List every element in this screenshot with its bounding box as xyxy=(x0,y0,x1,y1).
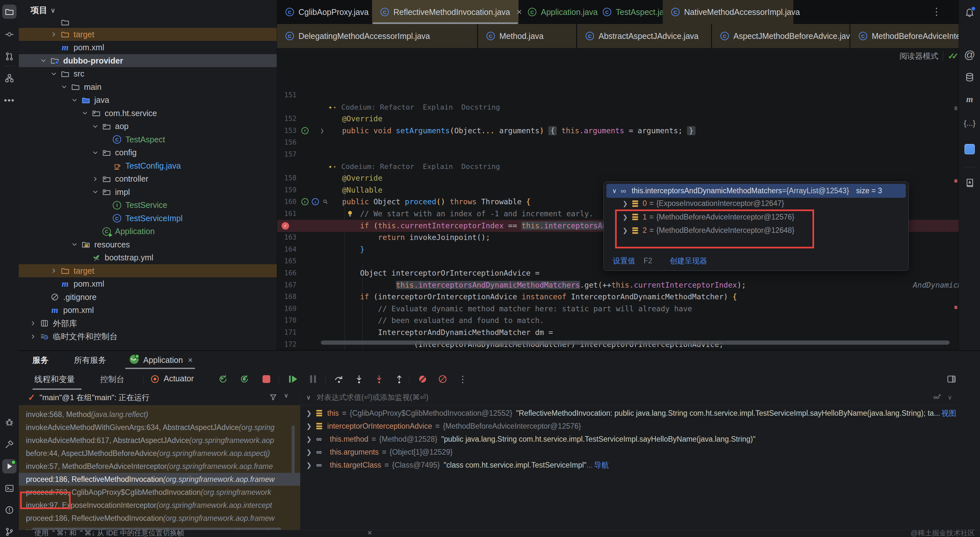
tree-item-java[interactable]: java xyxy=(19,94,277,107)
database-icon[interactable] xyxy=(963,70,977,84)
stack-frame-row[interactable]: invokeAdviceMethodWithGivenArgs:634, Abs… xyxy=(19,421,300,434)
editor-tab-TestAspect.java[interactable]: CTestAspect.java xyxy=(594,0,662,24)
chevron-right-icon[interactable] xyxy=(49,266,58,275)
code-line-157[interactable]: 157 xyxy=(277,148,959,161)
popup-selected-variable-row[interactable]: ∨ ∞ this.interceptorsAndDynamicMethodMat… xyxy=(606,184,906,198)
variable-row-this-method[interactable]: ❯∞this.method={Method@12528}"public java… xyxy=(301,433,959,446)
tab-options-more-icon[interactable]: ⋮ xyxy=(931,6,942,18)
pause-icon[interactable] xyxy=(308,374,318,384)
editor-tab-AbstractAspectJAdvice.java[interactable]: CAbstractAspectJAdvice.java xyxy=(577,24,711,48)
chevron-right-icon[interactable] xyxy=(29,332,37,341)
chevron-right-icon[interactable]: ❯ xyxy=(306,461,312,469)
chevron-down-icon[interactable] xyxy=(81,109,89,117)
editor-tab-DelegatingMethodAccessorImpl.java[interactable]: CDelegatingMethodAccessorImpl.java xyxy=(277,24,477,48)
stack-frame-row[interactable]: before:44, AspectJMethodBeforeAdvice (or… xyxy=(19,447,300,460)
editor-horizontal-scrollbar[interactable] xyxy=(321,341,950,345)
rerun-icon[interactable] xyxy=(218,374,228,384)
tree-item-src[interactable]: src xyxy=(19,67,277,80)
code-line-inlay[interactable]: ✦✦Codeium: Refactor Explain Docstring xyxy=(277,161,959,172)
tree-item-config[interactable]: config xyxy=(19,146,277,159)
inspections-ok-icon[interactable]: ✓✓ xyxy=(948,51,959,61)
resume-icon[interactable] xyxy=(288,374,298,384)
code-line-171[interactable]: 171InterceptorAndDynamicMethodMatcher dm… xyxy=(277,327,959,339)
rerun-debug-icon[interactable] xyxy=(239,374,250,384)
tree-item-.gitignore[interactable]: .gitignore xyxy=(19,290,277,304)
set-value-link[interactable]: 设置值 xyxy=(613,256,635,266)
code-line-152[interactable]: 152@Override xyxy=(277,113,959,125)
tree-item-临时文件和控制台[interactable]: 临时文件和控制台 xyxy=(19,330,277,343)
tool-window-title[interactable]: 服务 xyxy=(32,355,49,365)
chevron-right-icon[interactable] xyxy=(29,319,37,328)
pull-request-icon[interactable] xyxy=(2,49,16,64)
project-panel-header[interactable]: 项目 ∨ xyxy=(30,5,56,16)
frames-vertical-scrollbar[interactable] xyxy=(292,425,294,474)
variable-row-this-arguments[interactable]: ❯∞this.arguments={Object[1]@12529} xyxy=(301,446,959,459)
tab-actuator[interactable]: Actuator xyxy=(164,374,194,383)
step-into-icon[interactable] xyxy=(354,374,364,384)
tab-application[interactable]: Application xyxy=(143,355,183,365)
tree-item-pom.xml[interactable]: mpom.xml xyxy=(19,41,277,54)
stack-frame-row[interactable]: invoke:57, MethodBeforeAdviceInterceptor… xyxy=(19,460,300,473)
stack-frame-row[interactable]: proceed:186, ReflectiveMethodInvocation … xyxy=(19,512,300,525)
chevron-right-icon[interactable] xyxy=(91,175,100,183)
editor-tab-ReflectiveMethodInvocation.java[interactable]: CReflectiveMethodInvocation.java× xyxy=(372,0,519,24)
editor-tab-MethodBeforeAdviceInterceptor.java[interactable]: CMethodBeforeAdviceInterceptor.java xyxy=(850,24,959,48)
code-line-167[interactable]: 167this.interceptorsAndDynamicMethodMatc… xyxy=(277,279,959,291)
editor-tab-Application.java[interactable]: CApplication.java xyxy=(520,0,593,24)
code-line-168[interactable]: 168if (interceptorOrInterceptionAdvice i… xyxy=(277,291,959,303)
chevron-down-icon[interactable] xyxy=(91,148,100,157)
tree-item-main[interactable]: main xyxy=(19,80,277,93)
notifications-bell-icon[interactable] xyxy=(963,5,977,19)
code-line-inlay[interactable]: ✦✦Codeium: Refactor Explain Docstring xyxy=(277,101,959,113)
tree-item-pom.xml[interactable]: mpom.xml xyxy=(19,277,277,290)
maven-icon[interactable]: m xyxy=(963,92,977,106)
chevron-down-icon[interactable]: ∨ xyxy=(301,394,316,401)
tree-item-pom.xml[interactable]: mpom.xml xyxy=(19,304,277,317)
build-hammer-icon[interactable] xyxy=(2,437,16,451)
tree-item-外部库[interactable]: 外部库 xyxy=(19,317,277,330)
implementing-method-icon[interactable]: ↑ xyxy=(301,127,309,134)
stop-icon[interactable] xyxy=(261,374,272,384)
ai-assistant-icon[interactable]: @ xyxy=(963,47,977,62)
variable-action-link[interactable]: 视图 xyxy=(940,408,956,418)
chevron-down-icon[interactable] xyxy=(91,188,100,196)
tree-item-resources[interactable]: resources xyxy=(19,238,277,251)
thread-status-row[interactable]: ✓ "main"@1 在组"main": 正在运行 ∨ xyxy=(19,390,300,405)
code-line-170[interactable]: 170// been evaluated and found to match. xyxy=(277,314,959,327)
tree-item-TestAspect[interactable]: CTestAspect xyxy=(19,133,277,146)
tab-threads-variables[interactable]: 线程和变量 xyxy=(34,374,75,385)
code-line-153[interactable]: 153↑❯public void setArguments(Object... … xyxy=(277,125,959,137)
vcs-branch-icon[interactable] xyxy=(2,525,16,537)
tree-item-aop[interactable]: aop xyxy=(19,120,277,133)
implementing-method-icon[interactable]: ↑ xyxy=(301,198,309,205)
plugin-binary-icon[interactable] xyxy=(963,142,977,156)
force-step-into-icon[interactable] xyxy=(374,374,384,384)
tree-item-target[interactable]: target xyxy=(19,264,277,277)
close-icon[interactable]: × xyxy=(368,528,372,537)
tree-item-TestServiceImpl[interactable]: CTestServiceImpl xyxy=(19,212,277,225)
popup-array-item-0[interactable]: ❯0={ExposeInvocationInterceptor@12647} xyxy=(606,197,906,210)
variable-row-interceptorOrInterceptionAdvice[interactable]: ❯interceptorOrInterceptionAdvice={Method… xyxy=(301,420,959,433)
more-options-icon[interactable]: ⋮ xyxy=(458,374,468,384)
tree-item-TestService[interactable]: ITestService xyxy=(19,199,277,212)
endpoints-icon[interactable]: {...} xyxy=(963,116,977,131)
problems-icon[interactable] xyxy=(2,503,16,517)
editor-tab-CglibAopProxy.java[interactable]: CCglibAopProxy.java xyxy=(277,0,371,24)
reader-mode-widget[interactable]: 阅读器模式 ✓✓ xyxy=(875,49,959,64)
overridden-method-icon[interactable]: ↓ xyxy=(312,198,319,205)
tree-item-dubbo-provider[interactable]: dubbo-provider xyxy=(19,54,277,67)
chevron-down-icon[interactable] xyxy=(70,96,79,104)
chevron-down-icon[interactable] xyxy=(91,122,100,131)
add-watch-icon[interactable] xyxy=(932,393,942,402)
variable-row-this[interactable]: ❯this={CglibAopProxy$CglibMethodInvocati… xyxy=(301,406,959,420)
step-over-icon[interactable] xyxy=(334,374,344,384)
intention-bulb-icon[interactable] xyxy=(346,209,354,218)
stack-frame-row[interactable]: proceed:186, ReflectiveMethodInvocation … xyxy=(19,473,300,486)
codeium-inlay-label[interactable]: Codeium: Refactor Explain Docstring xyxy=(341,161,500,172)
more-icon[interactable]: ••• xyxy=(2,93,16,107)
chevron-down-icon[interactable] xyxy=(39,56,48,65)
tab-console[interactable]: 控制台 xyxy=(100,374,124,385)
chevron-down-icon[interactable] xyxy=(49,70,58,78)
chevron-down-icon[interactable]: ∨ xyxy=(284,392,288,399)
documentation-book-icon[interactable] xyxy=(963,176,977,190)
